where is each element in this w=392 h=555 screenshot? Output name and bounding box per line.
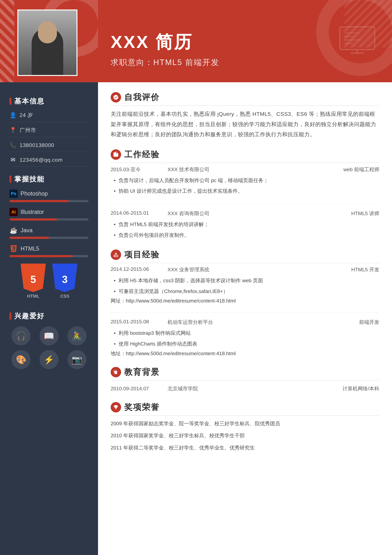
location-value: 广州市 bbox=[20, 127, 36, 134]
interests-section-title: 兴趣爱好 bbox=[9, 311, 88, 321]
project-link-2: 地址：http://www.500d.me/editresume/content… bbox=[111, 350, 379, 357]
age-info: 👤 24 岁 bbox=[9, 111, 88, 122]
basic-info-label: 基本信息 bbox=[14, 96, 45, 106]
self-eval-title: 自我评价 bbox=[124, 92, 160, 103]
css-label: CSS bbox=[60, 294, 69, 299]
work-meta-2: 2014.06-2015.01 XXX 咨询有限公司 HTML5 讲师 bbox=[111, 210, 379, 217]
main-header: XXX 简历 求职意向：HTML5 前端开发 bbox=[98, 0, 392, 82]
project-experience-section: 项目经验 2014.12-2015.06 XXX 业务管理系统 HTML5 开发… bbox=[111, 249, 379, 357]
resume-title: XXX 简历 bbox=[111, 30, 379, 54]
skill-illustrator: Ai Illustrator bbox=[9, 208, 88, 220]
work-experience-section: 工作经验 2015.03-至今 XXX 技术有限公司 web 前端工程师 负责与… bbox=[111, 149, 379, 240]
section-title-bar-3 bbox=[9, 313, 11, 320]
email-icon: ✉ bbox=[9, 156, 16, 163]
project-bullet-2-2: 使用 HighCharts 插件制作动态图表 bbox=[114, 339, 379, 349]
project-bullet-2-1: 利用 bootstrap3 制作响应式网站 bbox=[114, 329, 379, 338]
project-name-2: 机动车运营分析平台 bbox=[168, 319, 347, 326]
photoshop-label: Photoshop bbox=[21, 190, 48, 197]
work-company-2: XXX 咨询有限公司 bbox=[168, 210, 339, 217]
work-position-1: web 前端工程师 bbox=[343, 166, 379, 173]
photoshop-bar-fill bbox=[9, 200, 69, 202]
html5-skill-icon bbox=[9, 245, 18, 253]
html5-bar-bg bbox=[9, 255, 88, 257]
photoshop-bar-bg bbox=[9, 200, 88, 202]
age-value: 24 岁 bbox=[20, 111, 33, 119]
work-entry-2: 2014.06-2015.01 XXX 咨询有限公司 HTML5 讲师 负责 H… bbox=[111, 210, 379, 240]
bottom-spacer bbox=[111, 453, 379, 465]
skill-java: ☕ Java bbox=[9, 226, 88, 239]
resume-subtitle: 求职意向：HTML5 前端开发 bbox=[111, 57, 379, 68]
java-label: Java bbox=[21, 227, 33, 234]
project-meta-1: 2014.12-2015.06 XXX 业务管理系统 HTML5 开发 bbox=[111, 266, 379, 273]
work-company-1: XXX 技术有限公司 bbox=[168, 166, 331, 173]
email-value: 123456@qq.com bbox=[20, 157, 63, 163]
interest-sports: ⚡ bbox=[40, 350, 58, 369]
work-divider-1 bbox=[111, 204, 379, 204]
interest-photography: 📷 bbox=[67, 350, 86, 369]
tech-logos: 5 HTML 3 CSS bbox=[9, 263, 88, 299]
edu-icon bbox=[111, 367, 121, 377]
work-entry-1: 2015.03-至今 XXX 技术有限公司 web 前端工程师 负责与设计，后端… bbox=[111, 166, 379, 196]
skill-html5-header: HTML5 bbox=[9, 245, 88, 253]
self-eval-header: 自我评价 bbox=[111, 92, 379, 106]
phone-info: 📞 13800138000 bbox=[9, 142, 88, 152]
project-icon bbox=[111, 249, 121, 260]
sidebar-header bbox=[0, 0, 98, 82]
self-evaluation-section: 自我评价 关注前端前沿技术，基本功扎实，熟悉应用 jQuery，熟悉 HTML5… bbox=[111, 92, 379, 139]
sidebar: 基本信息 👤 24 岁 📍 广州市 📞 13800138000 ✉ 123456… bbox=[0, 0, 98, 555]
html-label: HTML bbox=[27, 294, 39, 299]
computer-icon bbox=[335, 23, 379, 59]
work-meta-1: 2015.03-至今 XXX 技术有限公司 web 前端工程师 bbox=[111, 166, 379, 173]
project-type-1: HTML5 开发 bbox=[351, 266, 379, 273]
awards-icon bbox=[111, 402, 121, 412]
interest-cycling: 🚴 bbox=[67, 326, 86, 345]
job-target: HTML5 前端开发 bbox=[153, 58, 219, 67]
project-type-2: 前端开发 bbox=[359, 319, 379, 326]
skill-photoshop-header: Ps Photoshop bbox=[9, 190, 88, 198]
html5-shield: 5 bbox=[21, 263, 46, 292]
work-position-2: HTML5 讲师 bbox=[351, 210, 379, 217]
edu-date-1: 2010.09-2014.07 bbox=[111, 386, 155, 392]
illustrator-bar-bg bbox=[9, 218, 88, 220]
interest-art: 🎨 bbox=[12, 350, 30, 369]
main-body: 自我评价 关注前端前沿技术，基本功扎实，熟悉应用 jQuery，熟悉 HTML5… bbox=[98, 92, 392, 465]
edu-entry-1: 2010.09-2014.07 北京城市学院 计算机网络/本科 bbox=[111, 385, 379, 392]
skills-label: 掌握技能 bbox=[14, 175, 45, 184]
project-bullet-1-2: 可兼容主流浏览器（Chrome,firefox,safari,IE8+） bbox=[114, 287, 379, 296]
edu-title: 教育背景 bbox=[124, 366, 160, 378]
project-divider-1 bbox=[111, 312, 379, 313]
css3-shield: 3 bbox=[52, 263, 78, 292]
html5-bar-fill bbox=[9, 255, 73, 257]
skill-photoshop: Ps Photoshop bbox=[9, 190, 88, 202]
work-bullet-2-2: 负责公司外包项目的开发制作。 bbox=[114, 231, 379, 240]
stripe-decoration-left bbox=[0, 0, 14, 82]
interest-music: 🎧 bbox=[12, 326, 30, 345]
edu-degree-1: 计算机网络/本科 bbox=[342, 385, 379, 392]
award-item-3: 2011 年获得二等奖学金、校三好学生、优秀毕业生、优秀研究生 bbox=[111, 443, 379, 453]
project-entry-1: 2014.12-2015.06 XXX 业务管理系统 HTML5 开发 利用 H… bbox=[111, 266, 379, 304]
section-title-bar bbox=[9, 98, 11, 105]
work-bullet-1-2: 协助 UI 设计师完成也是设计工作，提出技术实现条件。 bbox=[114, 187, 379, 196]
work-bullet-1-1: 负责与设计，后端人员配合开发制作公司 pc 端，移动端页面任务； bbox=[114, 176, 379, 185]
project-name-1: XXX 业务管理系统 bbox=[168, 266, 339, 273]
skill-java-header: ☕ Java bbox=[9, 226, 88, 234]
edu-header: 教育背景 bbox=[111, 366, 379, 380]
email-info: ✉ 123456@qq.com bbox=[9, 156, 88, 167]
awards-header: 奖项荣誉 bbox=[111, 402, 379, 416]
project-entry-2: 2015.01-2015.08 机动车运营分析平台 前端开发 利用 bootst… bbox=[111, 319, 379, 357]
html-logo: 5 HTML bbox=[21, 263, 46, 299]
project-exp-header: 项目经验 bbox=[111, 249, 379, 263]
location-info: 📍 广州市 bbox=[9, 127, 88, 137]
java-bar-fill bbox=[9, 237, 49, 239]
project-date-1: 2014.12-2015.06 bbox=[111, 266, 155, 273]
award-item-2: 2010 年获得国家奖学金、校三好学生标兵、校优秀学生干部 bbox=[111, 431, 379, 440]
interest-reading: 📖 bbox=[40, 326, 58, 345]
work-date-2: 2014.06-2015.01 bbox=[111, 210, 155, 217]
project-bullet-1-1: 利用 H5 本地存储，css3 阴影，选择器等技术设计制作 web 页面 bbox=[114, 276, 379, 285]
education-section: 教育背景 2010.09-2014.07 北京城市学院 计算机网络/本科 bbox=[111, 366, 379, 392]
basic-info-section-title: 基本信息 bbox=[9, 96, 88, 106]
profile-photo bbox=[17, 9, 78, 76]
work-bullets-1: 负责与设计，后端人员配合开发制作公司 pc 端，移动端页面任务； 协助 UI 设… bbox=[111, 176, 379, 196]
section-title-bar-2 bbox=[9, 176, 11, 183]
edu-school-1: 北京城市学院 bbox=[168, 385, 330, 392]
